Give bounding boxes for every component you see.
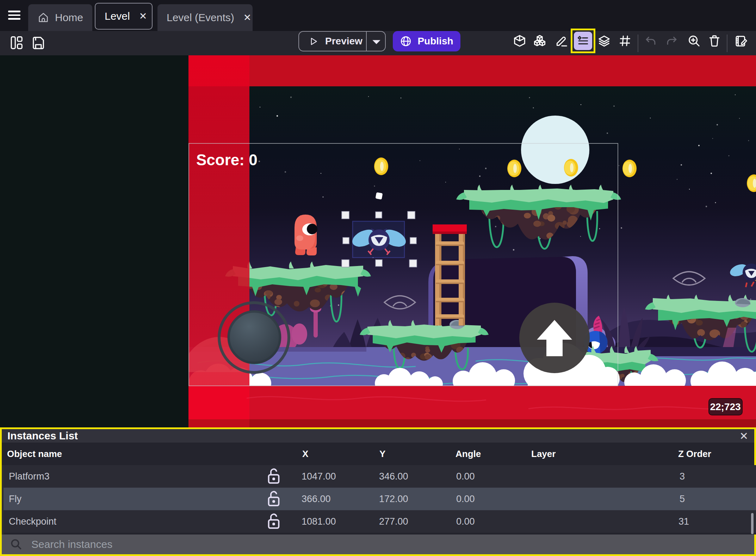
svg-text:22;723: 22;723 — [710, 401, 740, 412]
svg-text:Score: 0: Score: 0 — [196, 151, 258, 168]
